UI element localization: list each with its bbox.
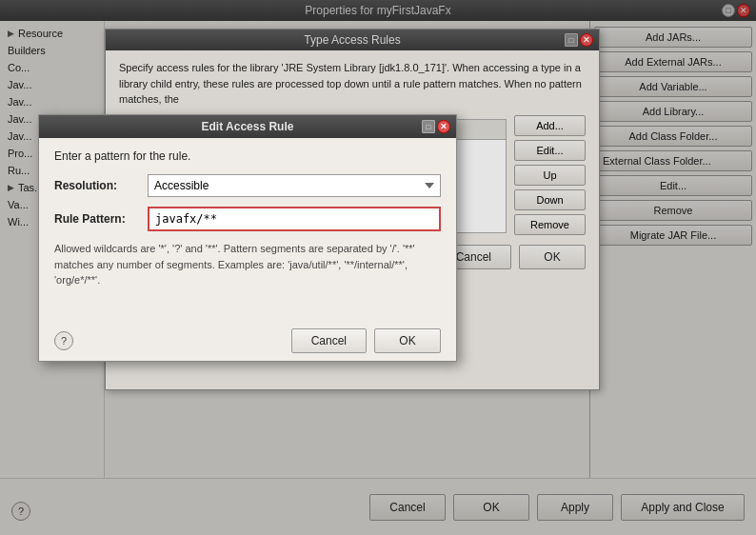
resolution-select[interactable]: Accessible Discouraged Forbidden xyxy=(148,174,441,197)
edit-rule-titlebar: Edit Access Rule □ ✕ xyxy=(39,115,456,138)
resolution-label: Resolution: xyxy=(54,179,140,192)
edit-rule-dialog: Edit Access Rule □ ✕ Enter a pattern for… xyxy=(38,114,457,362)
edit-rule-titlebar-buttons: □ ✕ xyxy=(422,120,450,133)
resolution-row: Resolution: Accessible Discouraged Forbi… xyxy=(54,174,441,197)
edit-rule-title: Edit Access Rule xyxy=(202,120,294,133)
edit-rule-btn-group: Cancel OK xyxy=(291,328,441,353)
edit-rule-help-icon[interactable]: ? xyxy=(54,331,73,350)
edit-rule-content: Enter a pattern for the rule. Resolution… xyxy=(39,138,456,309)
edit-rule-prompt: Enter a pattern for the rule. xyxy=(54,149,441,163)
rule-pattern-label: Rule Pattern: xyxy=(54,212,140,226)
hint-text: Allowed wildcards are '*', '?' and '**'.… xyxy=(54,241,441,288)
edit-rule-ok-button[interactable]: OK xyxy=(374,328,441,353)
rule-pattern-input[interactable] xyxy=(148,207,441,231)
edit-rule-close-btn[interactable]: ✕ xyxy=(437,120,450,133)
rule-pattern-row: Rule Pattern: xyxy=(54,207,441,231)
edit-rule-bottom: ? Cancel OK xyxy=(39,321,456,361)
edit-rule-cancel-button[interactable]: Cancel xyxy=(291,328,367,353)
edit-rule-minimize-btn[interactable]: □ xyxy=(422,120,435,133)
